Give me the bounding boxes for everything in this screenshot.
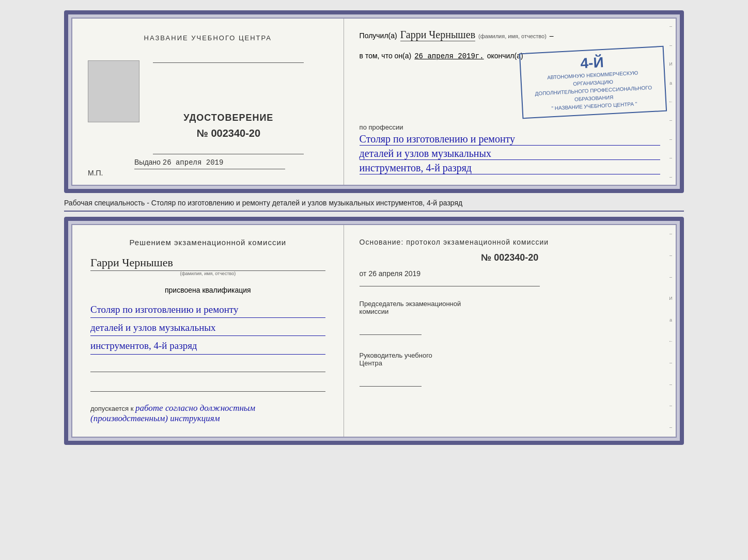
underline1: [90, 362, 325, 372]
qual-lines: Столяр по изготовлению и ремонту деталей…: [90, 300, 325, 355]
recipient-section: Получил(а) Гарри Чернышев (фамилия, имя,…: [360, 29, 660, 41]
head-label: Руководитель учебногоЦентра: [360, 351, 432, 367]
profession-line2: деталей и узлов музыкальных: [360, 148, 660, 160]
back-left: Решением экзаменационной комиссии Гарри …: [72, 225, 344, 437]
cert-number: № 002340-20: [197, 127, 261, 139]
back-fio-label: (фамилия, имя, отчество): [90, 271, 325, 276]
admission-label: допускается к: [90, 405, 133, 412]
caption-text: Рабочая специальность - Столяр по изгото…: [64, 198, 684, 212]
in-that-label: в том, что он(а): [360, 52, 412, 60]
chairman-label: Председатель экзаменационнойкомиссии: [360, 300, 660, 315]
head-label-text: Руководитель учебногоЦентра: [360, 351, 660, 367]
completed-label: окончил(а): [487, 52, 523, 60]
cert-date-value: 26 апреля 2019г.: [414, 52, 484, 60]
certificate-inner: НАЗВАНИЕ УЧЕБНОГО ЦЕНТРА УДОСТОВЕРЕНИЕ №…: [71, 18, 677, 186]
cert-title-top: НАЗВАНИЕ УЧЕБНОГО ЦЕНТРА: [144, 34, 272, 42]
back-name-value: Гарри Чернышев: [90, 256, 325, 271]
head-section: Руководитель учебногоЦентра: [360, 351, 660, 387]
qual-line2: деталей и узлов музыкальных: [90, 320, 325, 336]
back-pages-inner: Решением экзаменационной комиссии Гарри …: [71, 224, 677, 438]
profession-section: по профессии Столяр по изготовлению и ре…: [360, 123, 660, 174]
decision-title: Решением экзаменационной комиссии: [90, 238, 325, 247]
received-label: Получил(а): [360, 31, 397, 40]
profession-line1: Столяр по изготовлению и ремонту: [360, 133, 660, 146]
protocol-number: № 002340-20: [360, 252, 660, 263]
right-edge-marks: – – И а ← – – – –: [668, 19, 673, 185]
cert-left: НАЗВАНИЕ УЧЕБНОГО ЦЕНТРА УДОСТОВЕРЕНИЕ №…: [72, 19, 344, 185]
document-container: НАЗВАНИЕ УЧЕБНОГО ЦЕНТРА УДОСТОВЕРЕНИЕ №…: [64, 10, 684, 445]
cert-photo-area: [88, 60, 139, 122]
cert-main-title: УДОСТОВЕРЕНИЕ: [183, 113, 273, 123]
admission-section: допускается к работе согласно должностны…: [90, 403, 325, 424]
qualification-assigned-label: присвоена квалификация: [90, 285, 325, 295]
back-pages-outer: Решением экзаменационной комиссии Гарри …: [64, 217, 684, 445]
certificate-outer: НАЗВАНИЕ УЧЕБНОГО ЦЕНТРА УДОСТОВЕРЕНИЕ №…: [64, 10, 684, 193]
right-edge-marks-back: – – – И а ← – – – –: [668, 225, 673, 437]
qual-line3: инструментов, 4-й разряд: [90, 338, 325, 354]
fio-label-top: (фамилия, имя, отчество): [478, 33, 547, 39]
back-name-section: Гарри Чернышев (фамилия, имя, отчество): [90, 256, 325, 276]
profession-label: по профессии: [360, 123, 660, 131]
protocol-date: от 26 апреля 2019: [360, 269, 660, 278]
head-signature-line: [360, 371, 422, 387]
cert-mp-label: М.П.: [88, 169, 103, 177]
back-right: Основание: протокол экзаменационной коми…: [344, 225, 676, 437]
chairman-signature-line: [360, 319, 422, 335]
cert-right: Получил(а) Гарри Чернышев (фамилия, имя,…: [344, 19, 676, 185]
chairman-section: Председатель экзаменационнойкомиссии: [360, 300, 660, 335]
issued-date: 26 апреля 2019: [163, 158, 224, 167]
chairman-label-text: Председатель экзаменационнойкомиссии: [360, 300, 461, 315]
date-prefix: от: [360, 269, 367, 278]
qual-line1: Столяр по изготовлению и ремонту: [90, 302, 325, 318]
divider-right1: [360, 286, 540, 286]
stamp-box: 4-й АВТОНОМНУЮ НЕКОММЕРЧЕСКУЮ ОРГАНИЗАЦИ…: [519, 46, 667, 119]
issued-label: Выдано: [134, 158, 161, 166]
qual-assigned-text: присвоена квалификация: [165, 286, 251, 294]
back-date-value: 26 апреля 2019: [368, 269, 420, 278]
recipient-name: Гарри Чернышев: [400, 29, 475, 41]
basis-label: Основание: протокол экзаменационной коми…: [360, 238, 660, 246]
profession-line3: инструментов, 4-й разряд: [360, 162, 660, 174]
underline2: [90, 381, 325, 392]
